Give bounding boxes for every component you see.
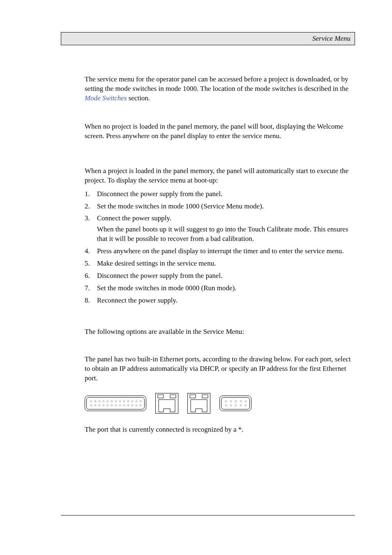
step-number: 1. (85, 190, 90, 199)
svg-point-24 (127, 405, 129, 406)
svg-point-10 (123, 400, 125, 402)
section-no-project: When no project is loaded in the panel m… (85, 122, 355, 141)
wide-connector-icon (85, 395, 146, 411)
svg-rect-31 (188, 393, 210, 413)
svg-point-40 (245, 400, 247, 402)
svg-point-11 (127, 400, 129, 402)
svg-point-15 (90, 405, 92, 406)
svg-rect-30 (170, 395, 176, 398)
list-item: 1.Disconnect the power supply from the p… (85, 190, 355, 199)
section-options: The following options are available in t… (85, 327, 355, 337)
svg-point-12 (131, 400, 133, 402)
options-intro: The following options are available in t… (85, 327, 355, 337)
step-text: Reconnect the power supply. (97, 296, 178, 304)
svg-point-23 (123, 405, 125, 406)
svg-rect-33 (202, 395, 208, 398)
svg-point-2 (90, 400, 92, 402)
svg-point-13 (136, 400, 137, 402)
svg-point-25 (131, 405, 133, 406)
svg-rect-28 (156, 393, 178, 413)
step-text: Make desired settings in the service men… (97, 259, 216, 267)
step-text: Set the mode switches in mode 1000 (Serv… (97, 202, 264, 210)
svg-rect-0 (85, 395, 146, 411)
header-title: Service Menu (312, 35, 350, 43)
step-text: Disconnect the power supply from the pan… (97, 272, 222, 280)
svg-point-6 (107, 400, 108, 402)
svg-point-41 (225, 405, 227, 406)
section-with-project: When a project is loaded in the panel me… (85, 166, 355, 185)
ports-diagram (85, 393, 355, 414)
intro-text-after: section. (127, 94, 150, 102)
svg-point-18 (103, 405, 104, 406)
svg-point-44 (240, 405, 242, 406)
list-item: 8.Reconnect the power supply. (85, 296, 355, 305)
small-connector-icon (219, 395, 251, 411)
svg-point-17 (99, 405, 100, 406)
svg-point-22 (119, 405, 121, 406)
step-number: 2. (85, 202, 90, 211)
svg-rect-35 (221, 397, 250, 409)
svg-point-19 (107, 405, 108, 406)
list-item: 6.Disconnect the power supply from the p… (85, 271, 355, 281)
step-text: Set the mode switches in mode 0000 (Run … (97, 284, 236, 292)
document-page: Service Menu The service menu for the op… (0, 0, 392, 555)
svg-point-5 (103, 400, 104, 402)
svg-point-14 (140, 400, 141, 402)
svg-point-45 (245, 405, 247, 406)
section-ethernet: The panel has two built-in Ethernet port… (85, 355, 355, 383)
intro-text-before: The service menu for the operator panel … (85, 75, 348, 92)
list-item: 4.Press anywhere on the panel display to… (85, 247, 355, 256)
svg-point-38 (235, 400, 237, 402)
list-item: 7.Set the mode switches in mode 0000 (Ru… (85, 284, 355, 293)
step-subtext: When the panel boots up it will suggest … (97, 225, 355, 244)
step-number: 7. (85, 284, 90, 293)
step-text: Connect the power supply. (97, 214, 171, 222)
svg-point-3 (95, 400, 96, 402)
footer-divider (61, 515, 355, 516)
svg-rect-34 (220, 395, 251, 411)
svg-point-16 (95, 405, 96, 406)
svg-point-9 (119, 400, 121, 402)
svg-rect-29 (158, 395, 164, 398)
steps-list: 1.Disconnect the power supply from the p… (85, 190, 355, 305)
ethernet-port-a-icon (155, 393, 178, 414)
svg-point-7 (111, 400, 113, 402)
list-item: 5.Make desired settings in the service m… (85, 259, 355, 268)
svg-point-26 (136, 405, 137, 406)
step-number: 4. (85, 247, 90, 256)
svg-point-8 (115, 400, 117, 402)
step-text: Disconnect the power supply from the pan… (97, 190, 222, 198)
svg-point-27 (140, 405, 141, 406)
svg-point-20 (111, 405, 113, 406)
no-project-paragraph: When no project is loaded in the panel m… (85, 122, 355, 141)
step-number: 8. (85, 296, 90, 305)
svg-point-39 (240, 400, 242, 402)
header-bar: Service Menu (61, 32, 355, 45)
step-number: 6. (85, 271, 90, 281)
svg-point-42 (230, 405, 232, 406)
step-number: 3. (85, 214, 90, 223)
step-number: 5. (85, 259, 90, 268)
svg-point-21 (115, 405, 117, 406)
svg-point-4 (99, 400, 100, 402)
ethernet-port-b-icon (187, 393, 210, 414)
svg-point-43 (235, 405, 237, 406)
list-item: 3.Connect the power supply. When the pan… (85, 214, 355, 244)
ethernet-footer-paragraph: The port that is currently connected is … (85, 425, 355, 435)
ethernet-paragraph: The panel has two built-in Ethernet port… (85, 355, 355, 383)
svg-point-36 (225, 400, 227, 402)
svg-point-37 (230, 400, 232, 402)
intro-paragraph: The service menu for the operator panel … (85, 75, 355, 103)
mode-switches-link[interactable]: Mode Switches (85, 94, 127, 102)
svg-rect-1 (87, 397, 145, 409)
list-item: 2.Set the mode switches in mode 1000 (Se… (85, 202, 355, 211)
svg-rect-32 (190, 395, 196, 398)
step-text: Press anywhere on the panel display to i… (97, 247, 344, 255)
with-project-paragraph: When a project is loaded in the panel me… (85, 166, 355, 185)
